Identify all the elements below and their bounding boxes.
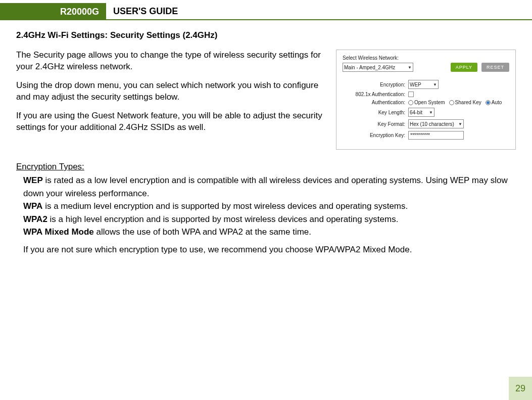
encryption-label: Encryption: bbox=[343, 82, 408, 87]
keyformat-value: Hex (10 characters) bbox=[410, 121, 454, 127]
keyformat-select[interactable]: Hex (10 characters) ▼ bbox=[408, 119, 464, 128]
wpa2-line: WPA2 is a high level encryption and is s… bbox=[23, 213, 516, 226]
wep-line: WEP is rated as a low level encryption a… bbox=[23, 174, 516, 200]
header-model: R20000G bbox=[0, 3, 106, 20]
paragraph-1: The Security page allows you to change t… bbox=[16, 50, 324, 73]
intro-text: The Security page allows you to change t… bbox=[16, 50, 324, 141]
keylength-select[interactable]: 64-bit ▼ bbox=[408, 108, 434, 117]
authentication-label: Authentication: bbox=[343, 100, 408, 105]
keylength-value: 64-bit bbox=[410, 110, 422, 115]
chevron-down-icon: ▼ bbox=[458, 122, 462, 126]
section-heading: 2.4GHz Wi-Fi Settings: Security Settings… bbox=[16, 30, 516, 40]
page-content: 2.4GHz Wi-Fi Settings: Security Settings… bbox=[0, 20, 532, 255]
chevron-down-icon: ▼ bbox=[429, 110, 433, 115]
auth-8021x-checkbox[interactable] bbox=[408, 92, 414, 97]
encryption-value: WEP bbox=[410, 82, 421, 87]
mixed-line: WPA Mixed Mode allows the use of both WP… bbox=[23, 226, 516, 239]
wpa-line: WPA is a medium level encryption and is … bbox=[23, 200, 516, 213]
header-title: USER'S GUIDE bbox=[106, 3, 532, 20]
auth-shared-radio[interactable] bbox=[449, 100, 454, 105]
settings-screenshot: Select Wireless Network: Main - Amped_2.… bbox=[336, 50, 516, 150]
auth-shared-label: Shared Key bbox=[455, 100, 481, 105]
keyformat-label: Key Format: bbox=[343, 121, 408, 127]
network-select-value: Main - Amped_2.4GHz bbox=[344, 65, 395, 70]
enckey-input[interactable]: ********** bbox=[408, 131, 464, 140]
apply-button[interactable]: APPLY bbox=[451, 63, 477, 72]
network-select[interactable]: Main - Amped_2.4GHz ▼ bbox=[343, 63, 413, 72]
keylength-label: Key Length: bbox=[343, 110, 408, 115]
chevron-down-icon: ▼ bbox=[433, 82, 437, 87]
auth-open-radio[interactable] bbox=[408, 100, 413, 105]
auth-auto-label: Auto bbox=[492, 100, 502, 105]
auth-auto-radio[interactable] bbox=[486, 100, 491, 105]
auth-8021x-label: 802.1x Authentication: bbox=[343, 92, 408, 97]
encryption-types-section: Encryption Types: WEP is rated as a low … bbox=[16, 162, 516, 255]
paragraph-3: If you are using the Guest Network featu… bbox=[16, 110, 324, 134]
auth-open-label: Open System bbox=[414, 100, 445, 105]
recommend-line: If you are not sure which encryption typ… bbox=[23, 245, 516, 255]
encryption-types-heading: Encryption Types: bbox=[16, 162, 516, 172]
enckey-value: ********** bbox=[410, 132, 430, 138]
reset-button[interactable]: RESET bbox=[481, 63, 509, 72]
page-header: R20000G USER'S GUIDE bbox=[0, 3, 532, 20]
chevron-down-icon: ▼ bbox=[408, 65, 412, 70]
page-number: 29 bbox=[509, 377, 532, 400]
enckey-label: Encryption Key: bbox=[343, 132, 408, 138]
select-network-label: Select Wireless Network: bbox=[343, 55, 509, 61]
encryption-select[interactable]: WEP ▼ bbox=[408, 80, 439, 89]
paragraph-2: Using the drop down menu, you can select… bbox=[16, 80, 324, 103]
